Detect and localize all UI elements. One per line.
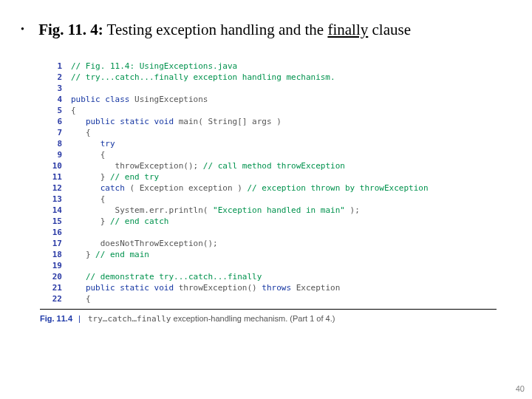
code-token: [71, 117, 86, 126]
line-number: 6: [40, 116, 71, 127]
slide-bullet: • Fig. 11. 4: Testing exception handling…: [21, 21, 411, 39]
line-number: 14: [40, 205, 71, 216]
code-token: try: [100, 139, 115, 149]
code-token: // end try: [105, 172, 159, 182]
caption-label: Fig. 11.4: [40, 314, 72, 323]
code-token: {: [100, 194, 106, 204]
bullet-marker: •: [21, 24, 24, 36]
code-row: 19: [40, 260, 497, 271]
code-row: 3: [40, 83, 497, 94]
code-content: System.err.println( "Exception handled i…: [71, 205, 497, 216]
code-token: // Fig. 11.4: UsingExceptions.java: [71, 61, 237, 71]
code-token: public class: [71, 95, 129, 104]
code-row: 11 } // end try: [40, 171, 497, 183]
line-number: 3: [40, 83, 71, 94]
line-number: 18: [40, 249, 71, 260]
line-number: 4: [40, 94, 71, 105]
code-token: (: [125, 183, 140, 193]
caption-separator: |: [78, 314, 81, 323]
code-row: 7 {: [40, 127, 497, 138]
code-token: [71, 139, 100, 149]
line-number: 21: [40, 282, 71, 293]
code-token: [71, 216, 100, 226]
code-token: [71, 250, 86, 259]
code-figure: 1// Fig. 11.4: UsingExceptions.java2// t…: [40, 56, 497, 324]
line-number: 10: [40, 160, 71, 171]
line-number: 12: [40, 183, 71, 194]
code-token: ): [272, 117, 282, 126]
figure-label: Fig. 11. 4:: [38, 21, 103, 38]
code-token: Exception exception: [140, 183, 233, 193]
line-number: 17: [40, 238, 71, 249]
line-number: 22: [40, 293, 71, 304]
code-content: {: [71, 194, 497, 205]
code-row: 14 System.err.println( "Exception handle…: [40, 205, 497, 216]
line-number: 5: [40, 105, 71, 116]
code-content: try: [71, 138, 497, 149]
code-content: } // end catch: [71, 216, 497, 227]
code-token: [71, 161, 115, 171]
code-row: 9 {: [40, 149, 497, 160]
bullet-text-after: clause: [368, 21, 411, 38]
code-token: [71, 194, 100, 204]
code-content: catch ( Exception exception ) // excepti…: [71, 183, 497, 194]
code-content: doesNotThrowException();: [71, 238, 497, 249]
line-number: 2: [40, 72, 71, 83]
code-content: public class UsingExceptions: [71, 94, 497, 105]
bullet-underlined: finally: [327, 21, 368, 38]
code-row: 20 // demonstrate try...catch...finally: [40, 271, 497, 282]
code-token: main: [174, 117, 198, 126]
code-token: System.err.println(: [115, 205, 208, 215]
code-token: // try...catch...finally exception handl…: [71, 72, 335, 82]
code-token: String[] args: [208, 117, 271, 126]
code-token: {: [86, 294, 91, 304]
code-token: doesNotThrowException();: [100, 239, 218, 248]
bullet-text-before: Testing exception handling and the: [103, 21, 328, 38]
code-content: public static void main( String[] args ): [71, 116, 497, 127]
line-number: 8: [40, 138, 71, 149]
code-row: 1// Fig. 11.4: UsingExceptions.java: [40, 61, 497, 72]
line-number: 7: [40, 127, 71, 138]
caption-text: try…catch…finally exception-handling mec…: [88, 314, 335, 324]
code-token: ): [233, 183, 242, 193]
code-row: 5{: [40, 105, 497, 116]
line-number: 11: [40, 171, 71, 183]
code-row: 4public class UsingExceptions: [40, 94, 497, 105]
line-number: 15: [40, 216, 71, 227]
line-number: 13: [40, 194, 71, 205]
code-content: {: [71, 149, 497, 160]
page-number: 40: [516, 384, 525, 393]
code-content: } // end try: [71, 171, 497, 183]
code-token: throwException();: [115, 161, 199, 171]
code-token: [71, 272, 86, 282]
code-token: // end catch: [105, 216, 168, 226]
code-token: [71, 150, 100, 160]
code-content: public static void throwException() thro…: [71, 282, 497, 293]
code-token: [71, 283, 86, 293]
code-content: // demonstrate try...catch...finally: [71, 271, 497, 282]
line-number: 9: [40, 149, 71, 160]
line-number: 19: [40, 260, 71, 271]
code-token: [71, 205, 115, 215]
code-row: 17 doesNotThrowException();: [40, 238, 497, 249]
code-token: "Exception handled in main": [208, 205, 349, 215]
code-token: [71, 239, 100, 248]
code-content: {: [71, 293, 497, 304]
code-content: } // end main: [71, 249, 497, 260]
code-token: // call method throwException: [198, 161, 345, 171]
code-listing: 1// Fig. 11.4: UsingExceptions.java2// t…: [40, 61, 497, 304]
code-row: 6 public static void main( String[] args…: [40, 116, 497, 127]
code-token: {: [71, 106, 76, 115]
line-number: 16: [40, 227, 71, 238]
code-row: 16: [40, 227, 497, 238]
line-number: 1: [40, 61, 71, 72]
caption-rest: exception-handling mechanism. (Part 1 of…: [171, 314, 335, 323]
code-content: {: [71, 127, 497, 138]
code-row: 15 } // end catch: [40, 216, 497, 227]
code-token: catch: [100, 183, 125, 193]
code-token: }: [86, 250, 91, 259]
code-content: {: [71, 105, 497, 116]
code-token: UsingExceptions: [129, 95, 208, 104]
code-token: [71, 172, 100, 182]
code-row: 12 catch ( Exception exception ) // exce…: [40, 183, 497, 194]
